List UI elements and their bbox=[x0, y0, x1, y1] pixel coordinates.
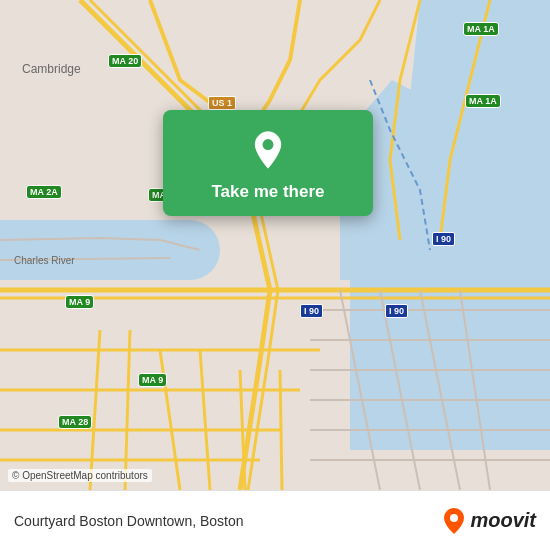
location-pin-icon bbox=[246, 128, 290, 172]
ma9-bottom-shield: MA 9 bbox=[138, 373, 167, 387]
svg-point-1 bbox=[450, 514, 458, 522]
moovit-wordmark: moovit bbox=[470, 509, 536, 532]
map-container: Cambridge Charles River MA 20 US 1 MA 2A… bbox=[0, 0, 550, 550]
ma20-shield: MA 20 bbox=[108, 54, 142, 68]
ma1a-top-shield: MA 1A bbox=[463, 22, 499, 36]
ma2a-shield: MA 2A bbox=[26, 185, 62, 199]
charles-river-label: Charles River bbox=[14, 255, 75, 266]
i90-right-shield: I 90 bbox=[432, 232, 455, 246]
i90-mid-shield: I 90 bbox=[300, 304, 323, 318]
bottom-bar: Courtyard Boston Downtown, Boston moovit bbox=[0, 490, 550, 550]
osm-attribution: © OpenStreetMap contributors bbox=[8, 469, 152, 482]
ma1a-right-shield: MA 1A bbox=[465, 94, 501, 108]
us1-shield: US 1 bbox=[208, 96, 236, 110]
popup-card[interactable]: Take me there bbox=[163, 110, 373, 216]
moovit-pin-icon bbox=[442, 507, 466, 535]
location-name: Courtyard Boston Downtown, Boston bbox=[14, 513, 442, 529]
road-network bbox=[0, 0, 550, 550]
popup-label: Take me there bbox=[211, 182, 324, 202]
ma9-left-shield: MA 9 bbox=[65, 295, 94, 309]
cambridge-label: Cambridge bbox=[22, 62, 81, 76]
ma28-bottom-shield: MA 28 bbox=[58, 415, 92, 429]
i90-bottom-shield: I 90 bbox=[385, 304, 408, 318]
moovit-logo: moovit bbox=[442, 507, 536, 535]
svg-point-0 bbox=[263, 139, 274, 150]
